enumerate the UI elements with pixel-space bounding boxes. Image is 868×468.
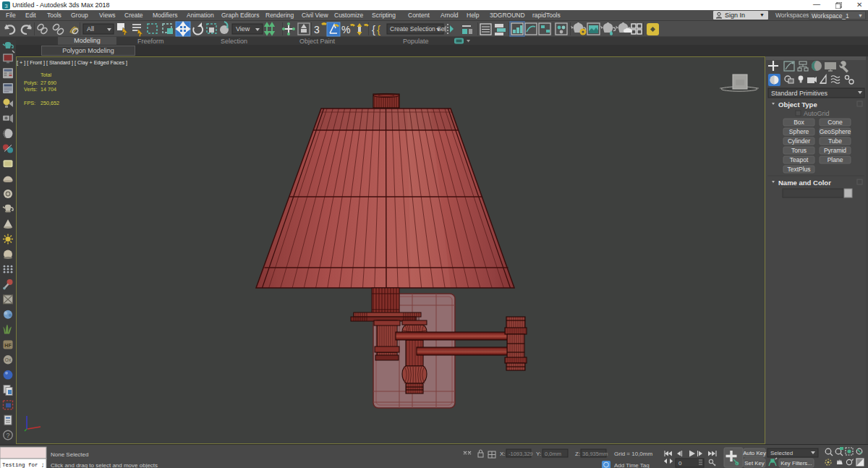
svg-text:All: All (87, 25, 94, 33)
svg-text:Sphere: Sphere (789, 128, 809, 135)
svg-text:?: ? (6, 432, 9, 439)
svg-text:[ + ] [ Front ] [ Standard ] [: [ + ] [ Front ] [ Standard ] [ Clay + Ed… (17, 59, 127, 66)
svg-text:Standard Primitives: Standard Primitives (771, 90, 828, 97)
svg-text:GeoSphere: GeoSphere (820, 128, 851, 135)
svg-text:Polys:: Polys: (24, 80, 38, 86)
svg-text:Y:: Y: (536, 451, 541, 457)
svg-text:X:: X: (500, 451, 506, 457)
svg-text:FPS:: FPS: (24, 100, 35, 106)
svg-text:Create Selection Se: Create Selection Se (390, 25, 445, 33)
svg-text:None Selected: None Selected (51, 451, 88, 458)
svg-text:Verts:: Verts: (24, 86, 37, 93)
svg-text:Total: Total (41, 72, 52, 78)
svg-text:%: % (341, 24, 350, 35)
svg-text:Add Time Tag: Add Time Tag (614, 462, 650, 468)
svg-text:Auto Key: Auto Key (743, 450, 766, 456)
svg-text:14 704: 14 704 (41, 86, 56, 93)
svg-text:-1093,329: -1093,329 (509, 451, 533, 457)
svg-text:27 690: 27 690 (41, 80, 56, 86)
svg-text:Set Key: Set Key (744, 460, 764, 467)
svg-text:0: 0 (678, 460, 682, 467)
svg-text:Testing for ;: Testing for ; (2, 462, 45, 468)
svg-text:Teapot: Teapot (790, 156, 809, 163)
svg-text:3: 3 (314, 24, 320, 35)
svg-text:TextPlus: TextPlus (787, 166, 810, 173)
svg-text:{: { (372, 23, 375, 35)
svg-text:Selected: Selected (770, 450, 793, 456)
svg-text:250,652: 250,652 (41, 100, 59, 106)
svg-text:Cylinder: Cylinder (788, 137, 810, 145)
svg-text:Plane: Plane (827, 156, 843, 163)
svg-text:{: { (377, 23, 380, 35)
svg-text:Key Filters...: Key Filters... (780, 460, 812, 467)
svg-text:Grid = 10,0mm: Grid = 10,0mm (614, 451, 652, 457)
svg-text:Ox: Ox (5, 357, 12, 362)
svg-text:3: 3 (4, 3, 8, 9)
svg-text:Box: Box (793, 119, 804, 126)
svg-text:Click and drag to select and m: Click and drag to select and move object… (51, 462, 158, 468)
svg-text:AutoGrid: AutoGrid (804, 110, 830, 117)
svg-text:Pyramid: Pyramid (824, 147, 846, 154)
svg-text:HF: HF (4, 343, 12, 348)
svg-text:36,935mm: 36,935mm (582, 451, 608, 457)
svg-text:Object Type: Object Type (778, 101, 817, 109)
svg-text:Cone: Cone (827, 119, 843, 126)
svg-text:Tube: Tube (828, 137, 842, 145)
svg-text:Torus: Torus (791, 147, 807, 154)
svg-text:Name and Color: Name and Color (778, 179, 831, 187)
svg-text:0,0mm: 0,0mm (545, 451, 561, 457)
svg-text:Z:: Z: (575, 451, 580, 457)
svg-text:View: View (236, 25, 250, 33)
